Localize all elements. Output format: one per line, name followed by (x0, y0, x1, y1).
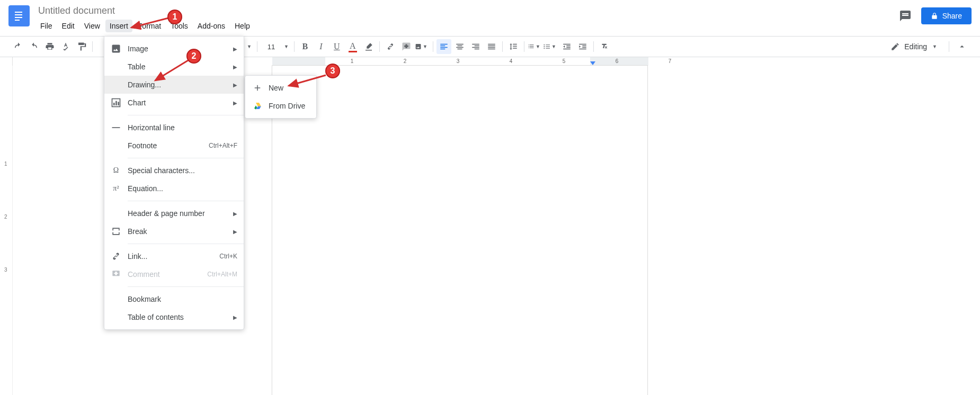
toolbar-separator (502, 41, 503, 52)
drive-icon (253, 101, 262, 111)
menu-item-label: Comment (128, 270, 207, 279)
menu-item-bookmark[interactable]: Bookmark (104, 290, 244, 308)
editing-mode-button[interactable]: Editing ▼ (886, 40, 943, 53)
menubar: File Edit View Insert Format Tools Add-o… (36, 20, 898, 32)
chart-icon (111, 97, 121, 108)
font-size-arrow[interactable]: ▼ (284, 44, 289, 49)
comment-icon (111, 269, 121, 280)
menu-item-equation[interactable]: π² Equation... (104, 179, 244, 198)
increase-indent-button[interactable] (575, 39, 590, 54)
menu-item-break[interactable]: Break ▶ (104, 222, 244, 240)
bulleted-list-button[interactable]: ▼ (544, 39, 558, 54)
toc-icon (111, 312, 121, 322)
submenu-arrow-icon: ▶ (233, 82, 237, 88)
decrease-indent-button[interactable] (559, 39, 574, 54)
menu-item-link[interactable]: Link... Ctrl+K (104, 247, 244, 265)
open-comments-button[interactable] (898, 8, 913, 23)
annotation-callout-2: 2 (186, 49, 201, 64)
bold-button[interactable]: B (298, 39, 313, 54)
menu-insert[interactable]: Insert (105, 20, 132, 32)
menu-item-special-characters[interactable]: Ω Special characters... (104, 161, 244, 179)
menu-shortcut: Ctrl+Alt+M (207, 271, 237, 278)
menu-item-label: Special characters... (128, 166, 237, 175)
menu-help[interactable]: Help (230, 20, 254, 32)
spellcheck-button[interactable] (58, 39, 73, 54)
menu-item-label: Equation... (128, 184, 237, 193)
menu-item-footnote[interactable]: Footnote Ctrl+Alt+F (104, 137, 244, 155)
paint-format-button[interactable] (74, 39, 89, 54)
share-label: Share (942, 12, 962, 20)
menu-item-drawing[interactable]: Drawing... ▶ (104, 76, 244, 94)
menu-item-label: Footnote (128, 141, 209, 150)
submenu-arrow-icon: ▶ (233, 315, 237, 320)
document-page[interactable] (272, 66, 647, 395)
svg-rect-9 (115, 101, 117, 105)
horizontal-line-icon (111, 122, 121, 133)
menu-item-header-page-number[interactable]: Header & page number ▶ (104, 204, 244, 222)
clear-formatting-button[interactable] (597, 39, 612, 54)
insert-menu-dropdown: Image ▶ Table ▶ Drawing... ▶ Chart ▶ Hor… (104, 36, 244, 330)
italic-button[interactable]: I (314, 39, 328, 54)
menu-item-comment: Comment Ctrl+Alt+M (104, 265, 244, 283)
menu-item-label: Drawing... (128, 80, 233, 89)
menu-shortcut: Ctrl+K (219, 253, 237, 260)
menu-item-label: Break (128, 227, 233, 236)
plus-icon (253, 83, 262, 93)
align-left-button[interactable] (436, 39, 451, 54)
print-button[interactable] (42, 39, 57, 54)
menu-edit[interactable]: Edit (58, 20, 79, 32)
menu-item-table-of-contents[interactable]: Table of contents ▶ (104, 308, 244, 326)
submenu-label: New (269, 84, 283, 92)
header-right: Share (898, 4, 972, 24)
vertical-ruler[interactable]: 1 2 3 (0, 66, 13, 395)
svg-rect-8 (113, 103, 115, 105)
font-dropdown-arrow[interactable]: ▼ (247, 44, 252, 49)
menu-item-table[interactable]: Table ▶ (104, 58, 244, 76)
collapse-toolbar-button[interactable] (955, 39, 969, 54)
menu-format[interactable]: Format (133, 20, 165, 32)
menu-item-label: Image (128, 44, 233, 53)
align-right-button[interactable] (468, 39, 483, 54)
font-size-input[interactable]: 11 (261, 43, 282, 51)
toolbar-separator (524, 41, 524, 52)
menu-separator (128, 158, 244, 158)
drawing-icon (111, 79, 121, 90)
submenu-arrow-icon: ▶ (233, 100, 237, 106)
underline-button[interactable]: U (329, 39, 344, 54)
bookmark-icon (111, 294, 121, 304)
editing-mode-label: Editing (904, 42, 927, 51)
menu-item-image[interactable]: Image ▶ (104, 40, 244, 58)
line-spacing-button[interactable] (506, 39, 521, 54)
pi-icon: π² (111, 183, 121, 194)
share-button[interactable]: Share (921, 7, 972, 24)
submenu-item-from-drive[interactable]: From Drive (245, 97, 316, 115)
menu-addons[interactable]: Add-ons (193, 20, 229, 32)
text-color-button[interactable]: A (345, 39, 360, 54)
svg-rect-4 (15, 20, 20, 21)
toolbar-separator (257, 41, 257, 52)
align-justify-button[interactable] (484, 39, 499, 54)
menu-item-label: Horizontal line (128, 123, 237, 132)
doc-title[interactable]: Untitled document (36, 4, 898, 17)
highlight-button[interactable] (361, 39, 376, 54)
menu-item-horizontal-line[interactable]: Horizontal line (104, 119, 244, 137)
align-center-button[interactable] (452, 39, 467, 54)
menu-file[interactable]: File (36, 20, 57, 32)
footnote-icon (111, 140, 121, 151)
menu-item-chart[interactable]: Chart ▶ (104, 94, 244, 112)
svg-rect-3 (15, 17, 22, 18)
insert-comment-button[interactable] (399, 39, 414, 54)
insert-image-button[interactable]: ▼ (415, 39, 430, 54)
menu-separator (128, 244, 244, 244)
redo-button[interactable] (26, 39, 41, 54)
docs-logo[interactable] (8, 5, 30, 26)
submenu-arrow-icon: ▶ (233, 229, 237, 235)
numbered-list-button[interactable]: ▼ (528, 39, 542, 54)
menu-view[interactable]: View (80, 20, 104, 32)
svg-rect-11 (112, 127, 120, 128)
insert-link-button[interactable] (383, 39, 398, 54)
undo-button[interactable] (11, 39, 25, 54)
menu-item-label: Table (128, 62, 233, 71)
menu-item-label: Link... (128, 252, 219, 261)
submenu-item-new[interactable]: New (245, 79, 316, 97)
